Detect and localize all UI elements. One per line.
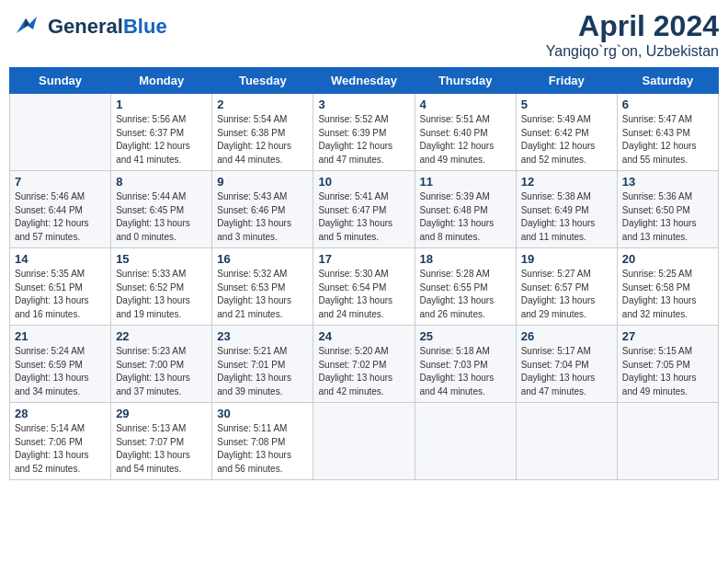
logo-general-text: General [48,15,123,38]
calendar-cell: 29Sunrise: 5:13 AMSunset: 7:07 PMDayligh… [111,403,212,480]
calendar-cell: 7Sunrise: 5:46 AMSunset: 6:44 PMDaylight… [10,171,111,248]
calendar-cell [415,403,516,480]
calendar-cell: 2Sunrise: 5:54 AMSunset: 6:38 PMDaylight… [212,94,313,171]
col-header-wednesday: Wednesday [313,68,415,94]
day-number: 20 [622,252,713,266]
day-number: 12 [521,175,612,189]
logo-blue-text: Blue [123,15,167,38]
calendar-cell: 1Sunrise: 5:56 AMSunset: 6:37 PMDaylight… [111,94,212,171]
day-info: Sunrise: 5:14 AMSunset: 7:06 PMDaylight:… [15,422,106,476]
day-info: Sunrise: 5:54 AMSunset: 6:38 PMDaylight:… [217,113,308,167]
day-number: 11 [420,175,511,189]
calendar-week-row: 14Sunrise: 5:35 AMSunset: 6:51 PMDayligh… [10,248,719,326]
day-info: Sunrise: 5:52 AMSunset: 6:39 PMDaylight:… [318,113,409,167]
calendar-header-row: SundayMondayTuesdayWednesdayThursdayFrid… [10,68,719,94]
day-info: Sunrise: 5:49 AMSunset: 6:42 PMDaylight:… [521,113,612,167]
day-info: Sunrise: 5:11 AMSunset: 7:08 PMDaylight:… [217,422,308,476]
calendar-cell [10,94,111,171]
col-header-sunday: Sunday [10,68,111,94]
calendar-cell: 10Sunrise: 5:41 AMSunset: 6:47 PMDayligh… [313,171,415,248]
calendar-cell [617,403,718,480]
day-number: 14 [15,252,106,266]
day-info: Sunrise: 5:21 AMSunset: 7:01 PMDaylight:… [217,345,308,398]
day-number: 13 [622,175,713,189]
day-number: 8 [116,175,207,189]
day-info: Sunrise: 5:56 AMSunset: 6:37 PMDaylight:… [116,113,207,167]
calendar-cell: 15Sunrise: 5:33 AMSunset: 6:52 PMDayligh… [111,248,212,326]
day-number: 24 [318,329,409,343]
calendar-cell: 27Sunrise: 5:15 AMSunset: 7:05 PMDayligh… [617,326,718,403]
calendar-cell: 22Sunrise: 5:23 AMSunset: 7:00 PMDayligh… [111,326,212,403]
calendar-week-row: 7Sunrise: 5:46 AMSunset: 6:44 PMDaylight… [10,171,719,248]
day-number: 25 [420,329,511,343]
calendar-cell: 3Sunrise: 5:52 AMSunset: 6:39 PMDaylight… [313,94,415,171]
day-info: Sunrise: 5:15 AMSunset: 7:05 PMDaylight:… [622,345,713,398]
day-number: 23 [217,329,308,343]
calendar-cell: 12Sunrise: 5:38 AMSunset: 6:49 PMDayligh… [516,171,617,248]
calendar-cell: 30Sunrise: 5:11 AMSunset: 7:08 PMDayligh… [212,403,313,480]
logo: GeneralBlue [9,9,167,44]
calendar-cell: 4Sunrise: 5:51 AMSunset: 6:40 PMDaylight… [415,94,516,171]
day-info: Sunrise: 5:25 AMSunset: 6:58 PMDaylight:… [622,268,713,321]
day-info: Sunrise: 5:27 AMSunset: 6:57 PMDaylight:… [521,268,612,321]
calendar-cell: 26Sunrise: 5:17 AMSunset: 7:04 PMDayligh… [516,326,617,403]
calendar-cell [313,403,415,480]
day-number: 21 [15,329,106,343]
day-number: 18 [420,252,511,266]
calendar-cell [516,403,617,480]
calendar-cell: 8Sunrise: 5:44 AMSunset: 6:45 PMDaylight… [111,171,212,248]
day-info: Sunrise: 5:38 AMSunset: 6:49 PMDaylight:… [521,190,612,244]
calendar-cell: 28Sunrise: 5:14 AMSunset: 7:06 PMDayligh… [10,403,111,480]
col-header-monday: Monday [111,68,212,94]
day-info: Sunrise: 5:36 AMSunset: 6:50 PMDaylight:… [622,190,713,244]
col-header-saturday: Saturday [617,68,718,94]
calendar-table: SundayMondayTuesdayWednesdayThursdayFrid… [9,67,719,480]
calendar-cell: 13Sunrise: 5:36 AMSunset: 6:50 PMDayligh… [617,171,718,248]
day-number: 26 [521,329,612,343]
calendar-cell: 24Sunrise: 5:20 AMSunset: 7:02 PMDayligh… [313,326,415,403]
day-info: Sunrise: 5:23 AMSunset: 7:00 PMDaylight:… [116,345,207,398]
day-number: 5 [521,98,612,111]
day-number: 28 [15,407,106,420]
calendar-cell: 18Sunrise: 5:28 AMSunset: 6:55 PMDayligh… [415,248,516,326]
calendar-cell: 19Sunrise: 5:27 AMSunset: 6:57 PMDayligh… [516,248,617,326]
day-info: Sunrise: 5:32 AMSunset: 6:53 PMDaylight:… [217,268,308,321]
day-info: Sunrise: 5:51 AMSunset: 6:40 PMDaylight:… [420,113,511,167]
day-number: 22 [116,329,207,343]
calendar-cell: 16Sunrise: 5:32 AMSunset: 6:53 PMDayligh… [212,248,313,326]
calendar-cell: 6Sunrise: 5:47 AMSunset: 6:43 PMDaylight… [617,94,718,171]
day-number: 15 [116,252,207,266]
calendar-week-row: 28Sunrise: 5:14 AMSunset: 7:06 PMDayligh… [10,403,719,480]
day-number: 29 [116,407,207,420]
page-title: April 2024 [546,9,719,43]
day-number: 27 [622,329,713,343]
calendar-week-row: 21Sunrise: 5:24 AMSunset: 6:59 PMDayligh… [10,326,719,403]
calendar-cell: 11Sunrise: 5:39 AMSunset: 6:48 PMDayligh… [415,171,516,248]
day-info: Sunrise: 5:13 AMSunset: 7:07 PMDaylight:… [116,422,207,476]
header: GeneralBlue April 2024 Yangiqo`rg`on, Uz… [9,9,719,60]
day-number: 3 [318,98,409,111]
day-info: Sunrise: 5:44 AMSunset: 6:45 PMDaylight:… [116,190,207,244]
calendar-cell: 9Sunrise: 5:43 AMSunset: 6:46 PMDaylight… [212,171,313,248]
calendar-cell: 21Sunrise: 5:24 AMSunset: 6:59 PMDayligh… [10,326,111,403]
day-info: Sunrise: 5:24 AMSunset: 6:59 PMDaylight:… [15,345,106,398]
day-info: Sunrise: 5:39 AMSunset: 6:48 PMDaylight:… [420,190,511,244]
calendar-week-row: 1Sunrise: 5:56 AMSunset: 6:37 PMDaylight… [10,94,719,171]
page-subtitle: Yangiqo`rg`on, Uzbekistan [546,43,719,60]
calendar-cell: 25Sunrise: 5:18 AMSunset: 7:03 PMDayligh… [415,326,516,403]
logo-bird-icon [9,9,44,44]
day-number: 9 [217,175,308,189]
day-number: 10 [318,175,409,189]
col-header-friday: Friday [516,68,617,94]
day-info: Sunrise: 5:28 AMSunset: 6:55 PMDaylight:… [420,268,511,321]
day-number: 30 [217,407,308,420]
col-header-thursday: Thursday [415,68,516,94]
day-number: 6 [622,98,713,111]
calendar-cell: 14Sunrise: 5:35 AMSunset: 6:51 PMDayligh… [10,248,111,326]
day-info: Sunrise: 5:43 AMSunset: 6:46 PMDaylight:… [217,190,308,244]
calendar-cell: 23Sunrise: 5:21 AMSunset: 7:01 PMDayligh… [212,326,313,403]
day-info: Sunrise: 5:46 AMSunset: 6:44 PMDaylight:… [15,190,106,244]
day-info: Sunrise: 5:33 AMSunset: 6:52 PMDaylight:… [116,268,207,321]
day-info: Sunrise: 5:20 AMSunset: 7:02 PMDaylight:… [318,345,409,398]
day-info: Sunrise: 5:30 AMSunset: 6:54 PMDaylight:… [318,268,409,321]
